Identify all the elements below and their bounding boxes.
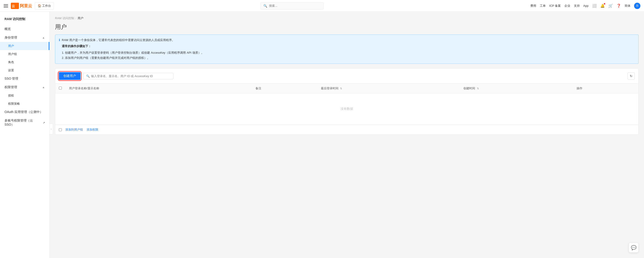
sidebar-item-multi-account[interactable]: 多账号权限管理（云 SSO） ↗ <box>0 116 50 129</box>
sort-icon-created[interactable]: ⇅ <box>477 87 479 90</box>
refresh-icon: ↻ <box>630 74 632 78</box>
info-steps-title: 通常的操作步骤如下： <box>62 44 91 48</box>
users-table: 用户登录名称/显示名称 备注 最后登录时间 ⇅ 创建时间 ⇅ <box>55 84 638 125</box>
nav-support[interactable]: 支持 <box>574 4 580 8</box>
info-box: ℹ RAM 用户是一个身份实体，它通常代表您的组织中需要访问云资源的人员或应用程… <box>55 34 638 64</box>
empty-row: 没有数据 <box>55 93 638 125</box>
nav-fees[interactable]: 费用 <box>530 4 536 8</box>
main-content: RAM 访问控制 / 用户 用户 ℹ RAM 用户是一个身份实体，它通常代表您的… <box>50 12 644 258</box>
screen-icon[interactable]: ⬜ <box>592 4 597 8</box>
info-icon: ℹ <box>59 38 60 42</box>
menu-icon[interactable] <box>4 4 8 8</box>
nav-simplified[interactable]: 简体 <box>624 4 630 8</box>
sidebar-section-permissions[interactable]: 权限管理 ▲ <box>0 83 50 92</box>
sidebar-item-overview[interactable]: 概览 <box>0 25 50 34</box>
table-area: 创建用户 🔍 ↻ 用户登录名称/显示名称 <box>55 68 638 135</box>
logo[interactable]: 云 阿里云 <box>11 3 32 9</box>
bell-icon[interactable]: 🔔 <box>600 4 605 8</box>
svg-text:云: 云 <box>12 4 15 8</box>
table-header: 用户登录名称/显示名称 备注 最后登录时间 ⇅ 创建时间 ⇅ <box>55 84 638 93</box>
search-box[interactable]: 🔍 <box>260 2 324 10</box>
breadcrumb: RAM 访问控制 / 用户 <box>55 16 638 20</box>
layout: RAM 访问控制 概览 身份管理 ▲ 用户 用户组 角色 设置 SSO 管理 权… <box>0 12 644 258</box>
sidebar-item-roles[interactable]: 角色 <box>0 58 50 66</box>
footer-checkbox-area <box>59 128 62 131</box>
chevron-up-icon-2: ▲ <box>42 86 45 89</box>
sidebar-item-sso[interactable]: SSO 管理 <box>0 74 50 83</box>
nav-ticket[interactable]: 工单 <box>540 4 546 8</box>
breadcrumb-parent[interactable]: RAM 访问控制 <box>55 16 74 20</box>
workbench-label: 工作台 <box>42 4 51 8</box>
sidebar-item-usergroups[interactable]: 用户组 <box>0 50 50 58</box>
sidebar-item-policies[interactable]: 权限策略 <box>0 100 50 108</box>
add-permission-button[interactable]: 添加权限 <box>86 128 98 132</box>
search-input[interactable] <box>269 4 321 8</box>
sidebar-item-oauth[interactable]: OAuth 应用管理（公测中） <box>0 108 50 116</box>
info-step-1: 1. 创建用户，并为用户设置登录密码（用户登录控制台场景）或创建 AccessK… <box>62 50 204 55</box>
chat-button[interactable]: 💬 <box>629 243 638 252</box>
user-search-input[interactable] <box>91 74 170 78</box>
table-toolbar: 创建用户 🔍 ↻ <box>55 68 638 84</box>
avatar[interactable]: 乐 <box>634 3 640 9</box>
nav-enterprise[interactable]: 企业 <box>564 4 570 8</box>
chevron-up-icon: ▲ <box>42 36 45 39</box>
sidebar-item-settings[interactable]: 设置 <box>0 66 50 74</box>
breadcrumb-separator: / <box>76 17 76 20</box>
breadcrumb-current: 用户 <box>78 16 84 20</box>
sidebar: RAM 访问控制 概览 身份管理 ▲ 用户 用户组 角色 设置 SSO 管理 权… <box>0 12 50 258</box>
search-area: 🔍 <box>54 2 530 10</box>
cart-icon[interactable]: 🛒 <box>608 4 613 8</box>
info-steps: 1. 创建用户，并为用户设置登录密码（用户登录控制台场景）或创建 AccessK… <box>62 50 204 61</box>
sidebar-item-authorization[interactable]: 授权 <box>0 92 50 100</box>
sidebar-item-users[interactable]: 用户 <box>0 42 50 50</box>
th-checkbox <box>55 84 66 93</box>
nav-icp[interactable]: ICP 备案 <box>549 4 561 8</box>
top-nav: 云 阿里云 🏠 工作台 🔍 费用 工单 ICP 备案 企业 支持 App ⬜ 🔔… <box>0 0 644 12</box>
table-footer: 添加到用户组 添加权限 <box>55 125 638 134</box>
footer-select-checkbox[interactable] <box>59 128 62 131</box>
refresh-button[interactable]: ↻ <box>628 72 635 80</box>
user-search-box[interactable]: 🔍 <box>83 73 174 80</box>
logo-text: 阿里云 <box>20 3 32 8</box>
page-title: 用户 <box>55 23 638 31</box>
nav-app[interactable]: App <box>583 4 588 8</box>
top-nav-right: 费用 工单 ICP 备案 企业 支持 App ⬜ 🔔 🛒 ❓ 简体 乐 <box>530 3 640 9</box>
sidebar-title: RAM 访问控制 <box>0 15 50 25</box>
sort-icon-lastlogin[interactable]: ⇅ <box>340 87 342 90</box>
th-remark: 备注 <box>252 84 317 93</box>
th-last-login: 最后登录时间 ⇅ <box>317 84 460 93</box>
sidebar-section-identity[interactable]: 身份管理 ▲ <box>0 34 50 42</box>
th-username: 用户登录名称/显示名称 <box>66 84 252 93</box>
search-icon: 🔍 <box>263 4 267 8</box>
info-main-text: RAM 用户是一个身份实体，它通常代表您的组织中需要访问云资源的人员或应用程序。 <box>62 38 204 42</box>
sidebar-collapse-button[interactable]: ‹ <box>50 124 53 134</box>
th-created: 创建时间 ⇅ <box>460 84 573 93</box>
chat-icon: 💬 <box>631 245 636 250</box>
empty-text: 没有数据 <box>340 107 353 110</box>
table-body: 没有数据 <box>55 93 638 125</box>
info-step-2: 2. 添加用户到用户组（需要先创建用户组并完成对用户组的授权）。 <box>62 55 204 60</box>
aliyun-logo: 云 <box>11 3 19 9</box>
search-icon-2: 🔍 <box>86 74 90 78</box>
add-to-group-button[interactable]: 添加到用户组 <box>66 128 83 132</box>
th-actions: 操作 <box>573 84 638 93</box>
select-all-checkbox[interactable] <box>59 86 62 90</box>
help-icon[interactable]: ❓ <box>616 4 621 8</box>
workbench-button[interactable]: 🏠 工作台 <box>35 2 54 10</box>
external-link-icon: ↗ <box>43 121 45 124</box>
create-user-button[interactable]: 创建用户 <box>59 72 80 80</box>
